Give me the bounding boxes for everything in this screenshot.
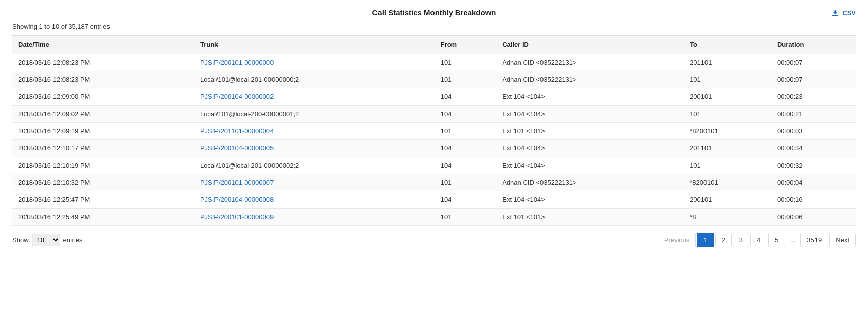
csv-button[interactable]: CSV: [831, 8, 856, 17]
cell-duration: 00:00:04: [771, 174, 856, 191]
cell-caller-id: Adnan CID <035222131>: [496, 71, 684, 88]
cell-to: *8: [684, 209, 771, 226]
cell-datetime: 2018/03/16 12:10:32 PM: [12, 174, 194, 191]
last-page-button[interactable]: 3519: [800, 233, 828, 247]
pagination: Previous 1 2 3 4 5 ... 3519 Next: [658, 233, 856, 247]
cell-caller-id: Ext 101 <101>: [496, 209, 684, 226]
cell-from: 104: [435, 191, 497, 209]
col-datetime: Date/Time: [12, 36, 194, 54]
header-row: Date/Time Trunk From Caller ID To Durati…: [12, 36, 856, 54]
show-label: Show: [12, 236, 29, 244]
entries-select[interactable]: 102550100: [32, 234, 60, 246]
cell-from: 104: [435, 157, 497, 174]
cell-to: 101: [684, 71, 771, 88]
page-button-3[interactable]: 3: [733, 233, 749, 247]
table-row: 2018/03/16 12:08:23 PMPJSIP/200101-00000…: [12, 54, 856, 71]
entries-info: Showing 1 to 10 of 35,187 entries: [12, 23, 856, 30]
cell-duration: 00:00:03: [771, 123, 856, 140]
table-row: 2018/03/16 12:09:02 PMLocal/101@local-20…: [12, 106, 856, 123]
cell-trunk: Local/101@local-200-00000001;2: [194, 106, 435, 123]
cell-duration: 00:00:07: [771, 71, 856, 88]
next-button[interactable]: Next: [829, 233, 856, 247]
cell-from: 104: [435, 140, 497, 157]
cell-caller-id: Ext 104 <104>: [496, 88, 684, 106]
cell-caller-id: Adnan CID <035222131>: [496, 174, 684, 191]
cell-trunk[interactable]: PJSIP/200104-00000005: [194, 140, 435, 157]
cell-datetime: 2018/03/16 12:10:17 PM: [12, 140, 194, 157]
csv-label: CSV: [842, 9, 856, 17]
cell-caller-id: Ext 104 <104>: [496, 191, 684, 209]
cell-to: 101: [684, 106, 771, 123]
cell-to: *8200101: [684, 174, 771, 191]
cell-duration: 00:00:16: [771, 191, 856, 209]
table-footer: Show 102550100 entries Previous 1 2 3 4 …: [12, 233, 856, 247]
col-caller-id: Caller ID: [496, 36, 684, 54]
cell-from: 101: [435, 209, 497, 226]
trunk-link[interactable]: PJSIP/200104-00000002: [200, 93, 274, 100]
table-row: 2018/03/16 12:10:19 PMLocal/101@local-20…: [12, 157, 856, 174]
cell-to: 200101: [684, 191, 771, 209]
cell-caller-id: Ext 104 <104>: [496, 157, 684, 174]
trunk-link[interactable]: PJSIP/200104-00000008: [200, 196, 274, 203]
entries-label: entries: [63, 236, 83, 244]
page-title: Call Statistics Monthly Breakdown: [372, 8, 496, 17]
cell-trunk[interactable]: PJSIP/200104-00000002: [194, 88, 435, 106]
cell-trunk[interactable]: PJSIP/200101-00000009: [194, 209, 435, 226]
cell-from: 101: [435, 174, 497, 191]
page-button-4[interactable]: 4: [750, 233, 767, 247]
col-from: From: [435, 36, 497, 54]
cell-datetime: 2018/03/16 12:09:00 PM: [12, 88, 194, 106]
cell-from: 104: [435, 106, 497, 123]
cell-datetime: 2018/03/16 12:09:19 PM: [12, 123, 194, 140]
page-button-1[interactable]: 1: [697, 233, 714, 247]
cell-trunk[interactable]: PJSIP/200104-00000008: [194, 191, 435, 209]
cell-from: 104: [435, 88, 497, 106]
cell-datetime: 2018/03/16 12:25:47 PM: [12, 191, 194, 209]
cell-trunk[interactable]: PJSIP/201101-00000004: [194, 123, 435, 140]
col-duration: Duration: [771, 36, 856, 54]
table-row: 2018/03/16 12:10:17 PMPJSIP/200104-00000…: [12, 140, 856, 157]
table-row: 2018/03/16 12:25:49 PMPJSIP/200101-00000…: [12, 209, 856, 226]
col-trunk: Trunk: [194, 36, 435, 54]
page-button-5[interactable]: 5: [768, 233, 785, 247]
cell-duration: 00:00:32: [771, 157, 856, 174]
table-body: 2018/03/16 12:08:23 PMPJSIP/200101-00000…: [12, 54, 856, 226]
cell-from: 101: [435, 71, 497, 88]
trunk-link[interactable]: PJSIP/200104-00000005: [200, 144, 274, 152]
trunk-link[interactable]: PJSIP/200101-00000000: [200, 59, 274, 66]
table-row: 2018/03/16 12:10:32 PMPJSIP/200101-00000…: [12, 174, 856, 191]
pagination-ellipsis: ...: [786, 233, 800, 247]
cell-datetime: 2018/03/16 12:09:02 PM: [12, 106, 194, 123]
cell-datetime: 2018/03/16 12:25:49 PM: [12, 209, 194, 226]
cell-datetime: 2018/03/16 12:08:23 PM: [12, 71, 194, 88]
cell-to: 200101: [684, 88, 771, 106]
trunk-link[interactable]: PJSIP/200101-00000009: [200, 213, 274, 221]
col-to: To: [684, 36, 771, 54]
table-row: 2018/03/16 12:09:00 PMPJSIP/200104-00000…: [12, 88, 856, 106]
cell-trunk[interactable]: PJSIP/200101-00000000: [194, 54, 435, 71]
cell-trunk: Local/101@local-201-00000000;2: [194, 71, 435, 88]
table-row: 2018/03/16 12:25:47 PMPJSIP/200104-00000…: [12, 191, 856, 209]
table-header: Date/Time Trunk From Caller ID To Durati…: [12, 36, 856, 54]
page-button-2[interactable]: 2: [715, 233, 732, 247]
cell-duration: 00:00:34: [771, 140, 856, 157]
previous-button[interactable]: Previous: [658, 233, 696, 247]
cell-to: 101: [684, 157, 771, 174]
cell-caller-id: Ext 101 <101>: [496, 123, 684, 140]
cell-caller-id: Adnan CID <035222131>: [496, 54, 684, 71]
download-icon: [831, 8, 840, 17]
cell-duration: 00:00:06: [771, 209, 856, 226]
trunk-link[interactable]: PJSIP/201101-00000004: [200, 127, 274, 135]
table-row: 2018/03/16 12:08:23 PMLocal/101@local-20…: [12, 71, 856, 88]
cell-trunk[interactable]: PJSIP/200101-00000007: [194, 174, 435, 191]
cell-from: 101: [435, 54, 497, 71]
cell-to: *8200101: [684, 123, 771, 140]
page-header: Call Statistics Monthly Breakdown CSV: [12, 8, 856, 17]
show-entries-control: Show 102550100 entries: [12, 234, 83, 246]
trunk-link[interactable]: PJSIP/200101-00000007: [200, 179, 274, 186]
data-table: Date/Time Trunk From Caller ID To Durati…: [12, 35, 856, 226]
cell-caller-id: Ext 104 <104>: [496, 140, 684, 157]
cell-from: 101: [435, 123, 497, 140]
cell-duration: 00:00:07: [771, 54, 856, 71]
cell-caller-id: Ext 104 <104>: [496, 106, 684, 123]
